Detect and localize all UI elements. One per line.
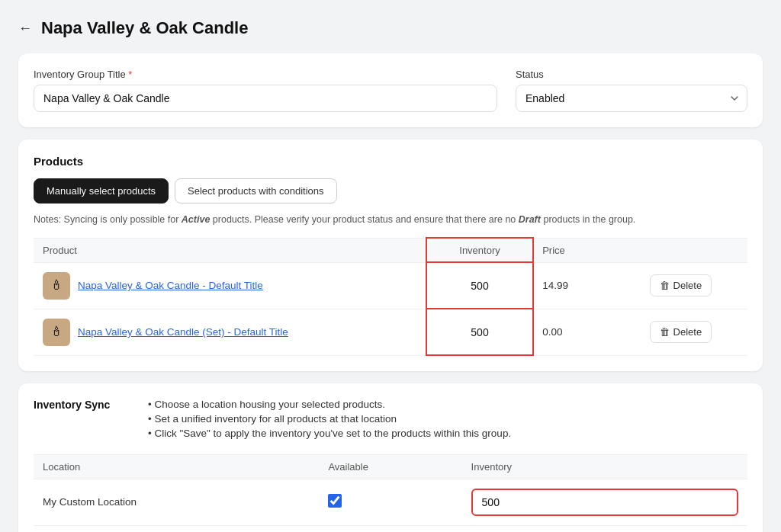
sync-bullet-2: Set a unified inventory for all products…	[148, 413, 511, 425]
title-group: Inventory Group Title *	[34, 69, 497, 112]
product-cell-2: 🕯 Napa Valley & Oak Candle (Set) - Defau…	[34, 309, 426, 355]
price-cell-2: 0.00	[533, 309, 640, 355]
trash-icon-2: 🗑	[660, 326, 670, 338]
product-thumbnail-1: 🕯	[43, 272, 70, 300]
title-label: Inventory Group Title *	[34, 69, 497, 80]
action-col-header	[641, 238, 747, 262]
product-thumbnail-2: 🕯	[43, 319, 70, 346]
products-section-title: Products	[34, 155, 747, 168]
inventory-sync-col-header: Inventory	[462, 454, 747, 479]
back-button[interactable]: ←	[18, 21, 32, 37]
table-row: 🕯 Napa Valley & Oak Candle (Set) - Defau…	[34, 309, 747, 355]
available-checkbox-1[interactable]	[328, 494, 342, 508]
status-label: Status	[516, 69, 747, 80]
title-input[interactable]	[34, 85, 497, 112]
products-card: Products Manually select products Select…	[18, 139, 763, 371]
status-group: Status Enabled Disabled	[516, 69, 747, 112]
price-cell-1: 14.99	[533, 262, 640, 309]
price-col-header: Price	[533, 238, 640, 262]
available-cell-1	[319, 479, 461, 525]
inventory-cell-2: 500	[426, 309, 533, 355]
table-row: 🕯 Napa Valley & Oak Candle - Default Tit…	[34, 262, 747, 309]
inventory-sync-header: Inventory Sync Choose a location housing…	[34, 399, 747, 442]
action-cell-1: 🗑 Delete	[641, 262, 747, 309]
product-selection-toggle: Manually select products Select products…	[34, 178, 747, 204]
page-title: Napa Valley & Oak Candle	[41, 18, 248, 38]
location-name-2: Shop location	[34, 525, 319, 532]
inventory-input-cell-1	[462, 479, 747, 525]
inventory-sync-bullets: Choose a location housing your selected …	[148, 399, 511, 442]
available-cell-2	[319, 525, 461, 532]
product-cell-1: 🕯 Napa Valley & Oak Candle - Default Tit…	[34, 262, 426, 309]
products-notes: Notes: Syncing is only possible for Acti…	[34, 213, 747, 227]
manually-select-button[interactable]: Manually select products	[34, 178, 169, 204]
inventory-input-1[interactable]	[471, 489, 738, 516]
delete-button-1[interactable]: 🗑 Delete	[650, 274, 712, 296]
delete-button-2[interactable]: 🗑 Delete	[650, 321, 712, 343]
page-header: ← Napa Valley & Oak Candle	[18, 18, 763, 38]
inventory-sync-label: Inventory Sync	[34, 399, 133, 442]
products-table: Product Inventory Price 🕯 Napa Valley & …	[34, 238, 747, 356]
location-col-header: Location	[34, 454, 319, 479]
group-info-card: Inventory Group Title * Status Enabled D…	[18, 53, 763, 127]
locations-table: Location Available Inventory My Custom L…	[34, 454, 747, 532]
sync-bullet-3: Click "Save" to apply the inventory you'…	[148, 428, 511, 439]
product-col-header: Product	[34, 238, 426, 262]
location-name-1: My Custom Location	[34, 479, 319, 525]
conditions-select-button[interactable]: Select products with conditions	[175, 178, 336, 204]
location-row-2: Shop location	[34, 525, 747, 532]
inventory-col-header: Inventory	[426, 238, 533, 262]
trash-icon-1: 🗑	[660, 280, 670, 291]
inventory-input-cell-2	[462, 525, 747, 532]
product-link-1[interactable]: Napa Valley & Oak Candle - Default Title	[78, 280, 263, 291]
required-indicator: *	[128, 69, 132, 80]
inventory-sync-card: Inventory Sync Choose a location housing…	[18, 383, 763, 532]
sync-bullet-1: Choose a location housing your selected …	[148, 399, 511, 410]
available-col-header: Available	[319, 454, 461, 479]
status-select[interactable]: Enabled Disabled	[516, 85, 747, 112]
location-row-1: My Custom Location	[34, 479, 747, 525]
inventory-cell-1: 500	[426, 262, 533, 309]
product-link-2[interactable]: Napa Valley & Oak Candle (Set) - Default…	[78, 326, 288, 338]
action-cell-2: 🗑 Delete	[641, 309, 747, 355]
